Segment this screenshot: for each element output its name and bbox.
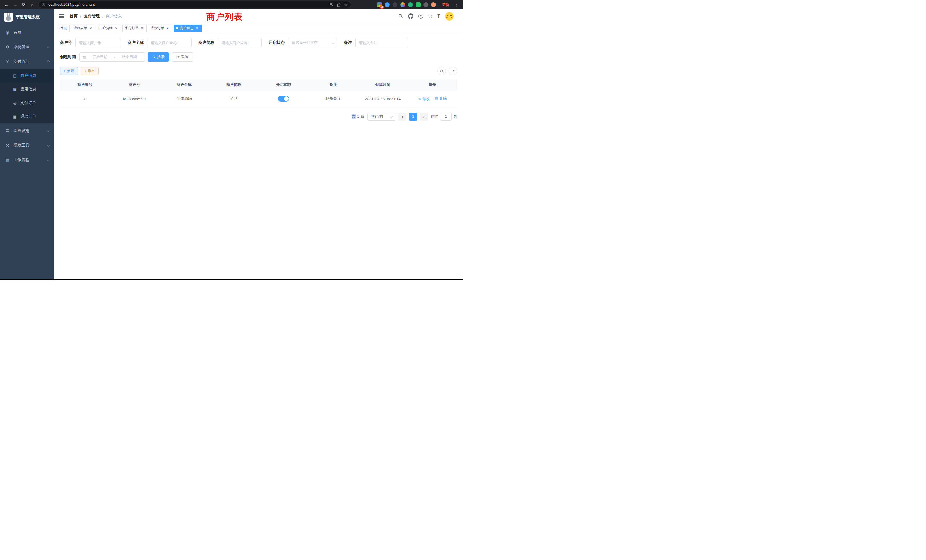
tab-merchant-info[interactable]: 商户信息× xyxy=(174,24,201,32)
goto-page-input[interactable] xyxy=(440,113,452,121)
password-key-icon[interactable] xyxy=(330,3,334,6)
breadcrumb-current: 商户信息 xyxy=(106,14,122,19)
create-time-range-picker[interactable]: ▦ 开始日期 - 结束日期 xyxy=(79,53,145,62)
tab-user-group[interactable]: 用户分组× xyxy=(97,24,121,32)
browser-menu-dots-icon[interactable]: ⋮ xyxy=(453,1,460,8)
sidebar: 芋道管理系统 ◉ 首页 ⚙ 系统管理 ¥ 支付管理 ▤ 商户信息 ▦ 应用信息 xyxy=(0,9,54,279)
browser-update-button[interactable]: 更新 xyxy=(442,2,449,7)
breadcrumb-payment[interactable]: 支付管理 xyxy=(84,14,100,19)
total-prefix: 共 xyxy=(352,114,356,119)
header-search-icon[interactable] xyxy=(398,13,403,20)
font-size-icon[interactable]: T xyxy=(437,13,440,20)
sidebar-item-label: 研发工具 xyxy=(14,143,29,148)
bottom-strip xyxy=(0,279,463,280)
remark-label: 备注 xyxy=(344,40,352,45)
sidebar-item-infrastructure[interactable]: ▤ 基础设施 xyxy=(0,123,54,138)
cell-create-time: 2021-10-23 08:31:14 xyxy=(358,90,408,107)
avatar-caret-icon[interactable] xyxy=(456,15,458,17)
next-page-button[interactable]: › xyxy=(420,113,428,121)
prev-page-button[interactable]: ‹ xyxy=(398,113,406,121)
cell-status xyxy=(259,90,308,107)
col-status: 开启状态 xyxy=(259,79,308,90)
browser-profile-avatar[interactable] xyxy=(431,2,436,7)
sidebar-item-payment[interactable]: ¥ 支付管理 xyxy=(0,54,54,69)
app-logo[interactable]: 芋道管理系统 xyxy=(0,9,54,25)
sidebar-item-system[interactable]: ⚙ 系统管理 xyxy=(0,39,54,54)
submenu-item-refund-order[interactable]: ▣ 退款订单 xyxy=(0,110,54,123)
tab-bar: 首页 流程表单× 用户分组× 支付订单× 退款订单× 商户信息× xyxy=(54,23,463,33)
tab-close-icon[interactable]: × xyxy=(140,26,144,30)
extension-icon-5[interactable] xyxy=(408,2,413,7)
merchant-no-input[interactable] xyxy=(75,38,121,47)
merchant-table: 商户编号 商户号 商户全称 商户简称 开启状态 备注 创建时间 操作 1 M23… xyxy=(60,79,457,107)
refund-order-icon: ▣ xyxy=(12,115,17,119)
status-toggle[interactable] xyxy=(278,96,289,101)
submenu-item-pay-order[interactable]: ◎ 支付订单 xyxy=(0,96,54,110)
breadcrumb-home[interactable]: 首页 xyxy=(70,14,77,19)
page-size-select[interactable]: 10条/页 xyxy=(368,113,395,121)
cell-merchant-no: M233666999 xyxy=(109,90,159,107)
remark-input[interactable] xyxy=(355,38,408,47)
status-select[interactable]: 请选择开启状态 xyxy=(288,38,337,47)
browser-url-bar[interactable]: ⓘ localhost:1024/pay/merchant ☆ xyxy=(38,1,351,8)
search-button[interactable]: 搜索 xyxy=(148,53,169,62)
toggle-search-button[interactable] xyxy=(437,67,446,75)
browser-forward-icon[interactable]: → xyxy=(11,1,19,8)
tab-close-icon[interactable]: × xyxy=(89,26,93,30)
collapse-sidebar-icon[interactable] xyxy=(59,14,64,18)
tab-refund-order[interactable]: 退款订单× xyxy=(148,24,172,32)
browser-reload-icon[interactable]: ⟳ xyxy=(20,1,27,8)
browser-home-icon[interactable]: ⌂ xyxy=(29,1,36,8)
submenu-item-merchant-info[interactable]: ▤ 商户信息 xyxy=(0,69,54,82)
cell-actions: ✎ 修改 删除 xyxy=(408,90,457,107)
reset-button[interactable]: ⟳ 重置 xyxy=(172,53,193,62)
fullscreen-icon[interactable] xyxy=(428,13,433,20)
goto-page: 前往 页 xyxy=(431,113,457,121)
page-number-button[interactable]: 1 xyxy=(409,113,417,121)
extension-icon-3[interactable] xyxy=(393,2,398,7)
cell-merchant-id: 1 xyxy=(60,90,109,107)
tab-close-icon[interactable]: × xyxy=(195,26,199,30)
share-icon[interactable] xyxy=(337,3,341,7)
delete-link[interactable]: 删除 xyxy=(435,96,447,101)
extension-icon-7[interactable] xyxy=(424,2,428,7)
table-header-row: 商户编号 商户号 商户全称 商户简称 开启状态 备注 创建时间 操作 xyxy=(60,79,457,90)
user-avatar[interactable] xyxy=(445,12,454,21)
annotation-merchant-list: 商户列表 xyxy=(206,11,243,23)
merchant-name-label: 商户全称 xyxy=(128,40,144,45)
payment-submenu: ▤ 商户信息 ▦ 应用信息 ◎ 支付订单 ▣ 退款订单 xyxy=(0,69,54,123)
tab-close-icon[interactable]: × xyxy=(166,26,169,30)
extension-icon-1[interactable]: 10 xyxy=(377,2,382,7)
add-button[interactable]: + 新增 xyxy=(60,67,78,75)
tab-pay-order[interactable]: 支付订单× xyxy=(122,24,147,32)
extensions-area: 10 xyxy=(374,2,439,7)
site-info-icon[interactable]: ⓘ xyxy=(42,2,45,7)
merchant-short-input[interactable] xyxy=(218,38,262,47)
bookmark-star-icon[interactable]: ☆ xyxy=(344,3,348,7)
help-icon[interactable]: ? xyxy=(418,14,423,18)
github-icon[interactable] xyxy=(408,13,413,20)
tab-process-form[interactable]: 流程表单× xyxy=(71,24,95,32)
app-header: 首页 / 支付管理 / 商户信息 商户列表 ? T xyxy=(54,9,463,23)
filter-row-2: 创建时间 ▦ 开始日期 - 结束日期 搜索 ⟳ 重置 xyxy=(60,53,457,62)
extension-icon-4[interactable] xyxy=(400,2,405,7)
submenu-item-app-info[interactable]: ▦ 应用信息 xyxy=(0,82,54,96)
tab-label: 退款订单 xyxy=(151,26,164,30)
sidebar-item-home[interactable]: ◉ 首页 xyxy=(0,25,54,39)
tab-close-icon[interactable]: × xyxy=(114,26,118,30)
search-button-label: 搜索 xyxy=(157,54,165,60)
edit-link[interactable]: ✎ 修改 xyxy=(418,96,430,101)
sidebar-item-devtools[interactable]: ⚒ 研发工具 xyxy=(0,138,54,153)
merchant-name-input[interactable] xyxy=(147,38,192,47)
export-button[interactable]: ↓ 导出 xyxy=(81,67,98,75)
extension-icon-6[interactable] xyxy=(416,2,421,7)
extension-icon-2[interactable] xyxy=(385,2,390,7)
create-time-label: 创建时间 xyxy=(60,54,76,60)
tab-label: 流程表单 xyxy=(74,26,87,30)
breadcrumb-separator: / xyxy=(80,14,81,18)
gear-icon: ⚙ xyxy=(5,44,10,50)
sidebar-item-workflow[interactable]: ▦ 工作流程 xyxy=(0,153,54,167)
tab-home[interactable]: 首页 xyxy=(57,24,70,32)
browser-back-icon[interactable]: ← xyxy=(3,1,10,8)
refresh-table-button[interactable]: ⟳ xyxy=(449,67,457,75)
